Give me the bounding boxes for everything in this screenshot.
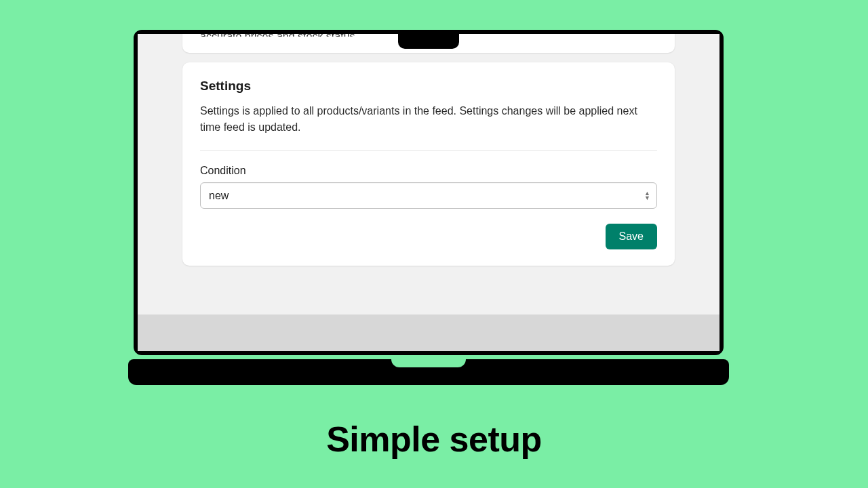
app-page: accurate prices and stock status. Settin…	[138, 34, 719, 351]
condition-select-wrap: new ▲▼	[200, 182, 657, 209]
settings-card: Settings Settings is applied to all prod…	[182, 62, 675, 266]
laptop-base-cutout	[391, 359, 466, 367]
condition-label: Condition	[200, 165, 657, 177]
laptop-frame: accurate prices and stock status. Settin…	[134, 30, 724, 355]
actions-row: Save	[200, 224, 657, 249]
settings-card-description: Settings is applied to all products/vari…	[200, 103, 657, 136]
marketing-headline: Simple setup	[0, 419, 868, 460]
divider	[200, 150, 657, 151]
page-footer-bar	[138, 314, 719, 351]
laptop-notch	[398, 33, 459, 49]
condition-select[interactable]: new	[200, 182, 657, 209]
laptop-base	[128, 359, 729, 385]
save-button[interactable]: Save	[606, 224, 657, 249]
settings-card-title: Settings	[200, 79, 657, 94]
laptop-viewport: accurate prices and stock status. Settin…	[138, 34, 719, 351]
